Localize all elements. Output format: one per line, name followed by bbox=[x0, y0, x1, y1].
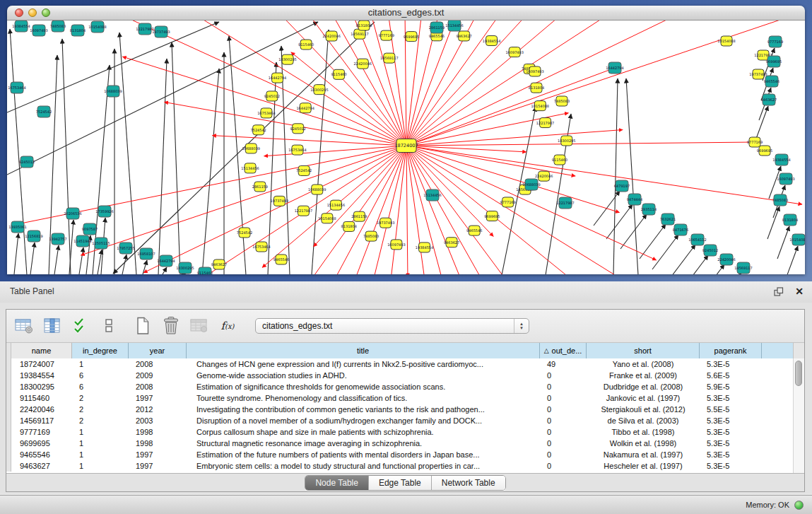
cell-rank[interactable]: 5.5E-5 bbox=[700, 405, 762, 414]
cell-title[interactable]: Disruption of a novel member of a sodium… bbox=[187, 416, 540, 425]
graph-node[interactable] bbox=[160, 255, 172, 267]
graph-node[interactable] bbox=[245, 144, 257, 153]
window-titlebar[interactable]: citations_edges.txt bbox=[7, 6, 805, 21]
cell-year[interactable]: 2012 bbox=[129, 405, 187, 414]
graph-node[interactable] bbox=[430, 22, 443, 33]
graph-node[interactable] bbox=[642, 204, 655, 215]
table-mode-icon[interactable] bbox=[13, 315, 35, 337]
graph-node[interactable] bbox=[245, 163, 256, 173]
cell-short[interactable]: Hescheler et al. (1997) bbox=[587, 462, 700, 470]
cell-year[interactable]: 2008 bbox=[129, 382, 187, 391]
cell-out[interactable]: 0 bbox=[540, 371, 587, 380]
graph-node[interactable] bbox=[779, 173, 792, 185]
cell-rank[interactable]: 5.3E-5 bbox=[700, 462, 762, 470]
graph-node[interactable] bbox=[52, 233, 64, 245]
column-header-short[interactable]: short bbox=[587, 343, 700, 358]
graph-node[interactable] bbox=[509, 47, 520, 57]
cell-out[interactable]: 0 bbox=[540, 439, 587, 448]
tab-edge-table[interactable]: Edge Table bbox=[369, 476, 432, 490]
graph-node[interactable] bbox=[561, 136, 572, 146]
graph-node[interactable] bbox=[20, 156, 33, 168]
cell-name[interactable]: 22420046 bbox=[11, 405, 72, 414]
cell-indeg[interactable]: 1 bbox=[72, 462, 129, 470]
cell-indeg[interactable]: 6 bbox=[72, 371, 129, 380]
cell-indeg[interactable]: 2 bbox=[72, 394, 129, 402]
cell-indeg[interactable]: 6 bbox=[72, 382, 129, 391]
graph-node[interactable] bbox=[753, 69, 764, 79]
table-row[interactable]: 946362711997Embryonic stem cells: a mode… bbox=[6, 460, 804, 472]
table-row[interactable]: 977716911998Corpus callosum shape and si… bbox=[6, 426, 804, 438]
graph-node[interactable] bbox=[254, 182, 266, 192]
graph-node[interactable] bbox=[95, 238, 107, 249]
cell-title[interactable]: Estimation of the future numbers of pati… bbox=[187, 450, 540, 459]
cell-short[interactable]: Nakamura et al. (1997) bbox=[587, 450, 700, 459]
graph-node[interactable] bbox=[486, 211, 498, 221]
cell-short[interactable]: Stergiakouli et al. (2012) bbox=[587, 405, 700, 414]
cell-indeg[interactable]: 2 bbox=[72, 405, 129, 414]
table-row[interactable]: 969969511998Structural magnetic resonanc… bbox=[6, 438, 804, 449]
table-row[interactable]: 911546021997Tourette syndrome. Phenomeno… bbox=[6, 392, 804, 404]
graph-node[interactable] bbox=[357, 59, 368, 69]
cell-rank[interactable]: 5.3E-5 bbox=[700, 394, 762, 402]
cell-rank[interactable]: 5.3E-5 bbox=[700, 416, 762, 425]
cell-indeg[interactable]: 2 bbox=[72, 416, 129, 425]
network-canvas[interactable]: 1830029591154602242004614569117977716996… bbox=[7, 21, 805, 274]
graph-node[interactable] bbox=[554, 155, 565, 165]
cell-name[interactable]: 18300295 bbox=[11, 382, 72, 391]
graph-node[interactable] bbox=[502, 197, 514, 207]
table-row[interactable]: 1830029562008Estimation of significance … bbox=[6, 381, 804, 392]
graph-node[interactable] bbox=[426, 189, 439, 201]
graph-node[interactable] bbox=[33, 25, 45, 36]
graph-node[interactable] bbox=[769, 36, 782, 47]
graph-node[interactable] bbox=[298, 206, 309, 216]
graph-node[interactable] bbox=[28, 230, 40, 242]
cell-out[interactable]: 0 bbox=[540, 450, 587, 459]
cell-title[interactable]: Tourette syndrome. Phenomenology and cla… bbox=[187, 394, 540, 402]
show-columns-icon[interactable] bbox=[42, 315, 63, 337]
graph-node[interactable] bbox=[448, 21, 461, 31]
column-header-out_de[interactable]: △out_de... bbox=[540, 343, 587, 358]
graph-node[interactable] bbox=[384, 53, 395, 63]
graph-node[interactable] bbox=[239, 228, 250, 238]
graph-node[interactable] bbox=[792, 234, 805, 245]
graph-node[interactable] bbox=[343, 221, 355, 231]
cell-out[interactable]: 0 bbox=[540, 394, 587, 402]
cell-short[interactable]: Franke et al. (2009) bbox=[587, 371, 700, 380]
graph-node[interactable] bbox=[784, 214, 796, 226]
graph-node[interactable] bbox=[98, 206, 111, 217]
graph-node[interactable] bbox=[737, 262, 750, 274]
graph-node[interactable] bbox=[155, 26, 167, 37]
cell-short[interactable]: Dudbridge et al. (2008) bbox=[587, 382, 700, 391]
cell-out[interactable]: 0 bbox=[540, 382, 587, 391]
scrollbar-thumb[interactable] bbox=[795, 361, 802, 386]
cell-indeg[interactable]: 1 bbox=[72, 439, 129, 448]
graph-node[interactable] bbox=[292, 145, 303, 155]
cell-title[interactable]: Estimation of significance thresholds fo… bbox=[187, 382, 540, 391]
graph-node[interactable] bbox=[179, 262, 192, 274]
column-header-pagerank[interactable]: pagerank bbox=[700, 343, 762, 358]
column-header-year[interactable]: year bbox=[129, 343, 187, 358]
graph-node[interactable] bbox=[256, 242, 267, 252]
graph-node[interactable] bbox=[282, 54, 293, 64]
cell-out[interactable]: 0 bbox=[540, 416, 587, 425]
table-row[interactable]: 2242004622012Investigating the contribut… bbox=[6, 404, 804, 415]
graph-node[interactable] bbox=[534, 101, 546, 111]
graph-node[interactable] bbox=[749, 137, 760, 147]
graph-node[interactable] bbox=[52, 21, 64, 32]
graph-node[interactable] bbox=[529, 66, 541, 76]
cell-rank[interactable]: 5.3E-5 bbox=[700, 360, 762, 368]
graph-node[interactable] bbox=[213, 259, 225, 269]
column-header-title[interactable]: title bbox=[187, 343, 540, 358]
graph-node[interactable] bbox=[15, 21, 28, 32]
table-row[interactable]: 1456911722003Disruption of a novel membe… bbox=[6, 415, 804, 426]
graph-node[interactable] bbox=[559, 197, 572, 209]
cell-short[interactable]: Tibbo et al. (1998) bbox=[587, 428, 700, 436]
cell-name[interactable]: 18724007 bbox=[11, 360, 72, 368]
column-header-name[interactable]: name bbox=[11, 343, 72, 358]
graph-node[interactable] bbox=[272, 73, 283, 83]
graph-node[interactable] bbox=[531, 83, 542, 93]
graph-node[interactable] bbox=[674, 224, 687, 235]
close-panel-icon[interactable]: ✕ bbox=[795, 286, 804, 296]
graph-node[interactable] bbox=[298, 165, 310, 175]
graph-node[interactable] bbox=[616, 180, 628, 192]
